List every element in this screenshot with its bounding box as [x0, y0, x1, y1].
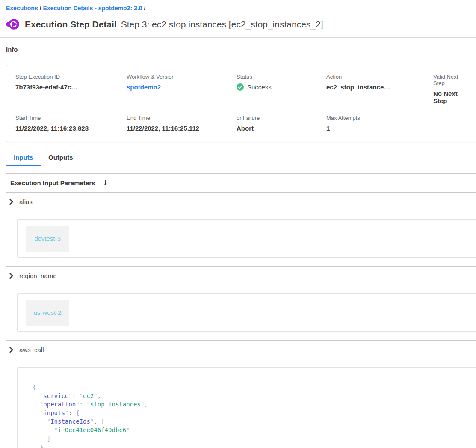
alias-panel: devtest-3	[17, 219, 476, 258]
field-label: onFailure	[237, 115, 326, 121]
status-text: Success	[247, 83, 272, 91]
field-label: Valid Next Step	[433, 74, 470, 86]
field-value: 7b73f93e-edaf-47c…	[15, 83, 127, 91]
field-end-time: End Time 11/22/2022, 11:16:25.112	[127, 115, 237, 132]
section-body-aws-call: { "service": "ec2", "operation": "stop_i…	[6, 359, 476, 448]
section-header-alias[interactable]: alias	[6, 193, 476, 211]
field-action: Action ec2_stop_instance…	[326, 74, 433, 104]
info-heading: Info	[6, 46, 476, 53]
app-logo-icon	[6, 18, 19, 31]
field-valid-next-step: Valid Next Step No Next Step	[433, 74, 470, 104]
field-value: 1	[326, 125, 433, 132]
section-name: alias	[19, 198, 33, 205]
region-name-value-chip: us-west-2	[26, 300, 69, 326]
field-value: No Next Step	[433, 90, 470, 104]
section-body-region-name: us-west-2	[6, 285, 476, 341]
success-check-icon	[237, 83, 244, 91]
chevron-right-icon	[9, 273, 14, 279]
breadcrumb-separator: /	[142, 5, 147, 12]
chevron-right-icon	[9, 199, 14, 205]
execution-input-parameters-row: Execution Input Parameters ↓	[6, 174, 476, 193]
tab-bar: Inputs Outputs	[6, 151, 476, 166]
section-header-aws-call[interactable]: aws_call	[6, 341, 476, 359]
field-label: Action	[326, 74, 433, 80]
field-status: Status Success	[237, 74, 326, 104]
workflow-link[interactable]: spotdemo2	[127, 83, 237, 91]
field-value: ec2_stop_instance…	[326, 83, 433, 91]
sort-down-arrow-icon[interactable]: ↓	[102, 179, 108, 187]
chevron-right-icon	[9, 347, 14, 353]
page-title: Execution Step Detail	[25, 19, 117, 30]
breadcrumb-link-executions[interactable]: Executions	[6, 5, 38, 12]
field-max-attempts: Max Attempts 1	[326, 115, 433, 132]
field-label: Start Time	[15, 115, 127, 121]
alias-value-chip: devtest-3	[26, 226, 69, 252]
field-value: 11/22/2022, 11:16:25.112	[127, 125, 237, 132]
field-label: Max Attempts	[326, 115, 433, 121]
field-label: Status	[237, 74, 326, 80]
page-subtitle: Step 3: ec2 stop instances [ec2_stop_ins…	[121, 19, 323, 30]
section-name: aws_call	[19, 346, 44, 353]
breadcrumb-separator: /	[38, 5, 43, 12]
section-header-region-name[interactable]: region_name	[6, 267, 476, 285]
title-divider	[0, 37, 476, 38]
info-divider	[6, 57, 476, 57]
breadcrumb-link-execution-details[interactable]: Execution Details - spotdemo2: 3.0	[43, 5, 142, 12]
field-value: Abort	[237, 125, 326, 132]
execution-input-parameters-title: Execution Input Parameters	[10, 179, 95, 187]
field-label: End Time	[127, 115, 237, 121]
page-header: Execution Step Detail Step 3: ec2 stop i…	[6, 18, 476, 31]
field-label: Step Execution ID	[15, 74, 127, 80]
aws-call-panel: { "service": "ec2", "operation": "stop_i…	[17, 367, 476, 448]
aws-call-json-code: { "service": "ec2", "operation": "stop_i…	[33, 383, 470, 448]
tab-inputs[interactable]: Inputs	[6, 151, 41, 166]
region-name-panel: us-west-2	[17, 293, 476, 332]
field-step-execution-id: Step Execution ID 7b73f93e-edaf-47c…	[15, 74, 127, 104]
field-label: Workflow & Version	[127, 74, 237, 80]
section-name: region_name	[19, 272, 57, 279]
field-workflow-version: Workflow & Version spotdemo2	[127, 74, 237, 104]
section-body-alias: devtest-3	[6, 211, 476, 267]
field-start-time: Start Time 11/22/2022, 11:16:23.828	[15, 115, 127, 132]
tab-outputs[interactable]: Outputs	[41, 151, 81, 166]
field-value: 11/22/2022, 11:16:23.828	[15, 125, 127, 132]
breadcrumb: Executions/Execution Details - spotdemo2…	[0, 0, 476, 12]
field-onfailure: onFailure Abort	[237, 115, 326, 132]
info-card: Step Execution ID 7b73f93e-edaf-47c… Wor…	[6, 65, 476, 142]
